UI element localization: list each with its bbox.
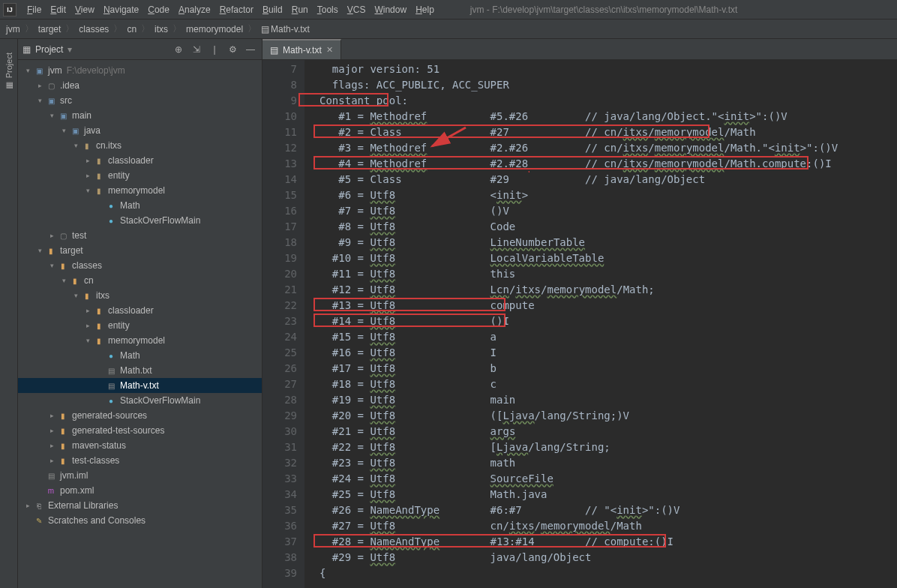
close-icon[interactable]: ✕	[326, 45, 333, 55]
chevron-down-icon[interactable]: ▾	[34, 97, 45, 104]
code-line[interactable]: #9 = Utf8 LineNumberTable	[320, 235, 897, 250]
menu-window[interactable]: Window	[370, 3, 411, 16]
dropdown-icon[interactable]: ▾	[68, 44, 72, 55]
code-line[interactable]: #25 = Utf8 Math.java	[320, 487, 897, 502]
chevron-right-icon[interactable]: ▸	[46, 232, 57, 239]
tree-item[interactable]: ●Math	[18, 348, 262, 363]
tree-item[interactable]: ▾▣jvmF:\develop\jvm	[18, 63, 262, 78]
breadcrumb-item[interactable]: classes	[79, 24, 109, 34]
tree-item[interactable]: ▸▢test	[18, 228, 262, 243]
code-line[interactable]: #21 = Utf8 args	[320, 424, 897, 440]
chevron-down-icon[interactable]: ▾	[70, 142, 81, 149]
chevron-right-icon[interactable]: ▸	[46, 442, 57, 449]
code-line[interactable]: {	[320, 566, 897, 581]
chevron-right-icon[interactable]: ▸	[46, 457, 57, 464]
code-line[interactable]: #1 = Methodref #5.#26 // java/lang/Objec…	[320, 109, 897, 124]
menu-vcs[interactable]: VCS	[343, 3, 370, 16]
menu-refactor[interactable]: Refactor	[215, 3, 258, 16]
chevron-right-icon[interactable]: ▸	[34, 82, 45, 89]
tree-item[interactable]: ▤jvm.iml	[18, 468, 262, 483]
chevron-down-icon[interactable]: ▾	[22, 67, 33, 74]
code-line[interactable]: #3 = Methodref #2.#26 // cn/itxs/memorym…	[320, 140, 897, 156]
tree-item[interactable]: ▤Math.txt	[18, 363, 262, 378]
code-line[interactable]: #15 = Utf8 a	[320, 329, 897, 345]
menu-run[interactable]: Run	[287, 3, 313, 16]
code-line[interactable]: #2 = Class #27 // cn/itxs/memorymodel/Ma…	[320, 124, 897, 140]
breadcrumb-item[interactable]: memorymodel	[186, 24, 243, 34]
tree-item[interactable]: ●StackOverFlowMain	[18, 393, 262, 408]
tree-item[interactable]: ▸▮generated-test-sources	[18, 423, 262, 438]
code-line[interactable]: #8 = Utf8 Code	[320, 219, 897, 235]
tree-item[interactable]: ▾▮memorymodel	[18, 183, 262, 198]
code-line[interactable]: #19 = Utf8 main	[320, 392, 897, 408]
chevron-down-icon[interactable]: ▾	[46, 262, 57, 269]
tree-item[interactable]: ▸▮generated-sources	[18, 408, 262, 423]
chevron-down-icon[interactable]: ▾	[46, 112, 57, 119]
editor-code[interactable]: major version: 51 flags: ACC_PUBLIC, ACC…	[304, 60, 897, 588]
tree-item[interactable]: ✎Scratches and Consoles	[18, 513, 262, 528]
tree-item[interactable]: ▾▮cn	[18, 273, 262, 288]
tree-item[interactable]: ▸▮classloader	[18, 303, 262, 318]
code-line[interactable]: #17 = Utf8 b	[320, 361, 897, 376]
project-tree[interactable]: ▾▣jvmF:\develop\jvm▸▢.idea▾▣src▾▣main▾▣j…	[18, 60, 262, 588]
menu-view[interactable]: View	[70, 3, 99, 16]
tool-tab-project[interactable]: ▦ Project	[4, 52, 14, 91]
expand-all-icon[interactable]: ⇲	[190, 43, 203, 56]
code-line[interactable]: #11 = Utf8 this	[320, 266, 897, 282]
breadcrumb-item[interactable]: jvm	[6, 24, 20, 34]
tab-math-v-txt[interactable]: ▤ Math-v.txt ✕	[262, 39, 341, 59]
breadcrumb-item[interactable]: itxs	[154, 24, 168, 34]
code-line[interactable]: #26 = NameAndType #6:#7 // "<init>":()V	[320, 502, 897, 518]
menu-analyze[interactable]: Analyze	[174, 3, 215, 16]
select-opened-file-icon[interactable]: ⊕	[172, 43, 185, 56]
code-line[interactable]: #16 = Utf8 I	[320, 345, 897, 361]
menu-code[interactable]: Code	[143, 3, 174, 16]
tree-item[interactable]: ▸▮entity	[18, 168, 262, 183]
tree-item[interactable]: ▸▮maven-status	[18, 438, 262, 453]
code-line[interactable]: major version: 51	[320, 62, 897, 77]
chevron-right-icon[interactable]: ▸	[82, 322, 93, 329]
tree-item[interactable]: ▸▮test-classes	[18, 453, 262, 468]
code-line[interactable]: #22 = Utf8 [Ljava/lang/String;	[320, 440, 897, 455]
menu-help[interactable]: Help	[411, 3, 439, 16]
gear-icon[interactable]: ⚙	[226, 43, 239, 56]
chevron-down-icon[interactable]: ▾	[58, 277, 69, 284]
menu-file[interactable]: File	[22, 3, 46, 16]
tree-item[interactable]: ▾▣java	[18, 123, 262, 138]
tree-item[interactable]: ▸▢.idea	[18, 78, 262, 93]
chevron-right-icon[interactable]: ▸	[22, 502, 33, 509]
tree-item[interactable]: ▤Math-v.txt	[18, 378, 262, 393]
tree-item[interactable]: ●StackOverFlowMain	[18, 213, 262, 228]
tree-item[interactable]: ●Math	[18, 198, 262, 213]
tree-item[interactable]: ▸▮entity	[18, 318, 262, 333]
chevron-right-icon[interactable]: ▸	[46, 427, 57, 434]
tree-item[interactable]: ▾▮target	[18, 243, 262, 258]
code-line[interactable]: #27 = Utf8 cn/itxs/memorymodel/Math	[320, 518, 897, 534]
code-line[interactable]: #20 = Utf8 ([Ljava/lang/String;)V	[320, 408, 897, 424]
chevron-right-icon[interactable]: ▸	[82, 307, 93, 314]
code-line[interactable]: #5 = Class #29 // java/lang/Object	[320, 172, 897, 188]
chevron-right-icon[interactable]: ▸	[82, 172, 93, 179]
code-line[interactable]: #18 = Utf8 c	[320, 376, 897, 392]
code-line[interactable]: #13 = Utf8 compute	[320, 298, 897, 314]
chevron-right-icon[interactable]: ▸	[82, 157, 93, 164]
code-line[interactable]: #14 = Utf8 ()I	[320, 314, 897, 329]
code-line[interactable]: #6 = Utf8 <init>	[320, 188, 897, 203]
menu-build[interactable]: Build	[258, 3, 287, 16]
chevron-down-icon[interactable]: ▾	[70, 292, 81, 299]
code-line[interactable]: #29 = Utf8 java/lang/Object	[320, 550, 897, 566]
menu-edit[interactable]: Edit	[46, 3, 70, 16]
code-line[interactable]: #4 = Methodref #2.#28 // cn/itxs/memorym…	[320, 156, 897, 172]
code-line[interactable]: #28 = NameAndType #13:#14 // compute:()I	[320, 534, 897, 550]
tree-item[interactable]: ▾▮memorymodel	[18, 333, 262, 348]
chevron-right-icon[interactable]: ▸	[46, 412, 57, 419]
code-line[interactable]: #7 = Utf8 ()V	[320, 203, 897, 219]
breadcrumb-item[interactable]: target	[38, 24, 62, 34]
menu-tools[interactable]: Tools	[313, 3, 343, 16]
menu-navigate[interactable]: Navigate	[99, 3, 143, 16]
code-line[interactable]: Constant pool:	[320, 93, 897, 109]
code-line[interactable]: #10 = Utf8 LocalVariableTable	[320, 250, 897, 266]
tree-item[interactable]: ▸▮classloader	[18, 153, 262, 168]
breadcrumb-item[interactable]: ▤ Math-v.txt	[261, 24, 310, 34]
editor[interactable]: 7891011121314151617181920212223242526272…	[262, 60, 897, 588]
